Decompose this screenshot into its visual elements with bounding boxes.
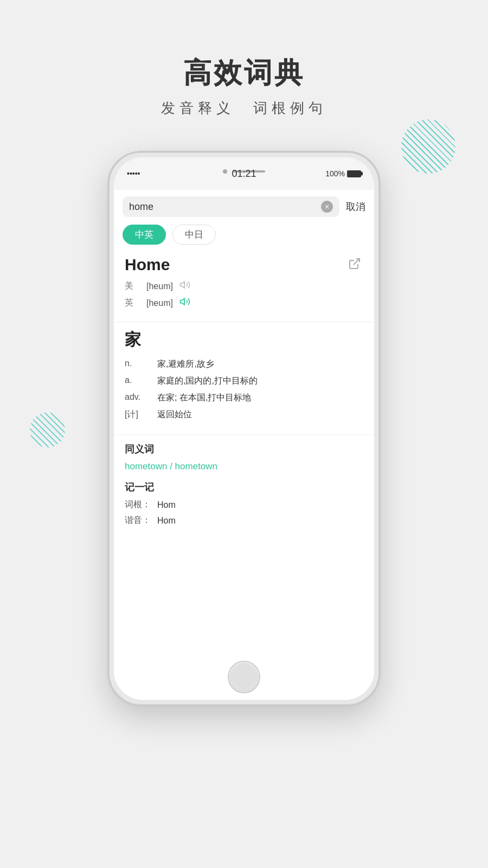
memory-sound-label: 谐音： [125, 515, 157, 526]
def-row-noun: n. 家,避难所,故乡 [125, 359, 363, 370]
bg-circle-small [30, 412, 65, 448]
word-title-row: Home [125, 256, 363, 274]
def-pos-n: n. [125, 359, 157, 368]
phone-frame: ••••• 01:21 100% [108, 152, 380, 705]
pron-region-uk: 英 [125, 297, 140, 309]
share-icon[interactable] [348, 257, 363, 272]
signal-dots: ••••• [127, 169, 140, 178]
bg-circle-teal [401, 119, 455, 174]
pron-phonetic-uk: [heum] [146, 298, 173, 308]
battery-fill [348, 171, 360, 176]
battery-icon [347, 170, 361, 177]
word-title: Home [125, 256, 170, 274]
synonyms-title: 同义词 [125, 443, 363, 456]
side-btn-power [379, 299, 380, 365]
def-row-adj: a. 家庭的,国内的,打中目标的 [125, 375, 363, 387]
tab-chinese-english[interactable]: 中英 [123, 225, 166, 245]
screen-content: home × 取消 中英 中日 Home [114, 190, 374, 700]
battery-area: 100% [325, 169, 361, 178]
def-pos-comp: [计] [125, 409, 157, 420]
app-title-area: 高效词典 发音释义 词根例句 [0, 54, 488, 118]
memory-root-label: 词根： [125, 499, 157, 510]
memory-sound-row: 谐音： Hom [125, 515, 363, 526]
search-clear-button[interactable]: × [321, 201, 333, 213]
def-row-adv: adv. 在家; 在本国,打中目标地 [125, 392, 363, 404]
word-entry: Home 美 [heum] [114, 251, 374, 322]
cancel-button[interactable]: 取消 [346, 200, 365, 213]
svg-line-0 [354, 259, 359, 265]
memory-title: 记一记 [125, 481, 363, 494]
home-button[interactable] [228, 661, 260, 693]
pronunciation-us: 美 [heum] [125, 279, 363, 293]
app-subtitle: 发音释义 词根例句 [0, 99, 488, 118]
def-text-comp: 返回始位 [157, 409, 363, 420]
memory-root-value: Hom [157, 500, 176, 510]
tab-row: 中英 中日 [114, 222, 374, 251]
tab-chinese-english-label: 中英 [135, 229, 153, 240]
tab-chinese-japanese[interactable]: 中日 [172, 225, 216, 245]
def-pos-adv: adv. [125, 392, 157, 402]
pron-phonetic-us: [heum] [146, 282, 173, 291]
audio-icon-us[interactable] [179, 279, 190, 293]
search-bar-row: home × 取消 [114, 190, 374, 222]
search-input-text: home [129, 201, 321, 213]
status-time: 01:21 [232, 168, 256, 180]
memory-root-row: 词根： Hom [125, 499, 363, 510]
definition-section: 家 n. 家,避难所,故乡 a. 家庭的,国内的,打中目标的 adv. 在家; … [114, 322, 374, 435]
app-title: 高效词典 [0, 54, 488, 92]
memory-sound-value: Hom [157, 516, 176, 526]
phone-wrapper: ••••• 01:21 100% [108, 152, 380, 705]
side-btn-mute [108, 251, 109, 278]
def-pos-a: a. [125, 375, 157, 385]
chinese-translation: 家 [125, 329, 363, 351]
def-row-comp: [计] 返回始位 [125, 409, 363, 420]
search-input-wrapper[interactable]: home × [123, 196, 339, 217]
def-text-n: 家,避难所,故乡 [157, 359, 363, 370]
def-text-adv: 在家; 在本国,打中目标地 [157, 392, 363, 404]
side-btn-vol-up [108, 289, 109, 332]
def-text-a: 家庭的,国内的,打中目标的 [157, 375, 363, 387]
svg-marker-2 [181, 298, 185, 305]
signal-indicator: ••••• [127, 169, 140, 178]
audio-icon-uk[interactable] [179, 296, 190, 310]
status-bar: ••••• 01:21 100% [114, 157, 374, 190]
phone-inner: ••••• 01:21 100% [114, 157, 374, 700]
pronunciation-uk: 英 [heum] [125, 296, 363, 310]
battery-percent: 100% [325, 169, 345, 178]
side-btn-vol-down [108, 340, 109, 384]
synonym-link[interactable]: hometown / hometown [125, 461, 363, 472]
extra-section: 同义词 hometown / hometown 记一记 词根： Hom 谐音： … [114, 435, 374, 539]
front-camera [223, 169, 227, 174]
pron-region-us: 美 [125, 280, 140, 292]
tab-chinese-japanese-label: 中日 [185, 229, 203, 240]
svg-marker-1 [181, 282, 185, 288]
